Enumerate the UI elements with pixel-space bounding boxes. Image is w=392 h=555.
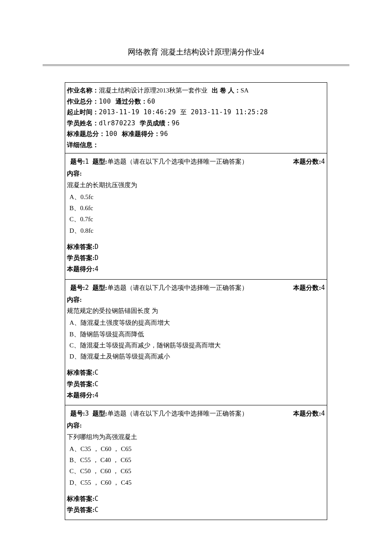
qnum-label: 题号: [70,410,85,417]
qscore-label: 本题分数: [293,284,321,291]
stu-ans-value: C [95,380,99,388]
option-item: B、C55 ， C40 ， C65 [67,454,325,465]
std-ans-label: 标准答案: [67,495,95,502]
title-part2: 混凝土结构设计原理 [161,48,230,56]
qscore-value: 4 [321,158,325,165]
std-ans-value: C [95,495,99,503]
time-value: 2013-11-19 10:46:29 至 2013-11-19 11:25:2… [99,107,268,118]
std-total-value: 100 [105,129,118,140]
got-label: 本题得分: [67,392,95,399]
options: A、C35 ， C60 ， C65B、C55 ， C40 ， C65C、C50 … [67,443,325,488]
total-value: 100 [99,96,111,107]
qnum-value: 1 [85,158,89,165]
qscore-value: 4 [321,410,325,417]
student-label: 学员姓名： [67,118,99,129]
qnum-value: 3 [85,410,89,417]
options: A、随混凝土强度等级的提高而增大B、随钢筋等级提高而降低C、随混凝土等级提高而减… [67,317,325,362]
option-item: D、随混凝土及钢筋等级提高而减小 [67,351,325,362]
option-item: D、C55 ， C60 ， C45 [67,477,325,488]
name-value: 混凝土结构设计原理2013秋第一套作业 [99,85,208,96]
option-item: C、随混凝土等级提高而减少，随钢筋等级提高而增大 [67,340,325,351]
question-content: 下列哪组均为高强混凝土 [67,431,325,442]
stu-ans-label: 学员答案: [67,506,95,513]
author-value: SA [241,85,249,96]
got-value: 4 [95,391,99,399]
std-score-label: 标准题得分： [122,129,160,140]
qnum-label: 题号: [70,284,85,291]
score-label: 学员成绩： [140,118,172,129]
qtype-label: 题型: [92,284,107,291]
options: A、0.5fcB、0.6fcC、0.7fcD、0.8fc [67,191,325,236]
qnum-label: 题号: [70,158,85,165]
stu-ans-value: C [95,506,99,514]
qscore-value: 4 [321,284,325,292]
qscore-label: 本题分数: [293,410,321,417]
stu-ans-label: 学员答案: [67,254,95,261]
question-block: 题号:3 题型:单选题（请在以下几个选项中选择唯一正确答案）本题分数:4内容:下… [65,405,327,520]
option-item: A、0.5fc [67,191,325,202]
option-item: C、C50 ， C60 ， C65 [67,465,325,477]
stu-ans-label: 学员答案: [67,381,95,387]
total-label: 作业总分： [67,96,99,107]
divider [43,65,349,65]
author-label: 出 卷 人： [212,85,241,96]
detail-label: 详细信息： [67,140,99,151]
title-part3: 满分作业4 [230,48,264,56]
std-ans-value: C [95,369,99,376]
title-part1: 网络教育 [128,48,159,56]
student-value: dlr870223 [99,118,135,129]
content-box: 作业名称： 混凝土结构设计原理2013秋第一套作业 出 卷 人： SA 作业总分… [65,82,327,520]
qtype-label: 题型: [92,158,107,165]
name-label: 作业名称： [67,85,99,96]
content-label: 内容: [67,296,82,303]
question-content: 混凝土的长期抗压强度为 [67,179,325,191]
std-ans-label: 标准答案: [67,369,95,376]
qscore-label: 本题分数: [293,158,321,165]
std-ans-value: D [95,243,99,251]
content-label: 内容: [67,170,82,177]
pass-value: 60 [147,96,156,107]
score-value: 96 [172,118,180,129]
header-block: 作业名称： 混凝土结构设计原理2013秋第一套作业 出 卷 人： SA 作业总分… [65,83,327,153]
pass-label: 通过分数： [115,96,147,107]
option-item: C、0.7fc [67,214,325,225]
content-label: 内容: [67,422,82,429]
qtype-label: 题型: [92,410,107,417]
stu-ans-value: D [95,254,99,262]
option-item: D、0.8fc [67,225,325,236]
option-item: A、随混凝土强度等级的提高而增大 [67,317,325,328]
time-label: 起止时间： [67,107,99,118]
question-content: 规范规定的受拉钢筋锚固长度 为 [67,305,325,316]
qnum-value: 2 [85,284,89,292]
qtype-value: 单选题（请在以下几个选项中选择唯一正确答案） [107,158,248,165]
option-item: B、随钢筋等级提高而降低 [67,329,325,340]
std-score-value: 96 [160,129,168,140]
got-value: 4 [95,265,99,273]
option-item: B、0.6fc [67,202,325,214]
std-total-label: 标准题总分： [67,129,105,140]
question-block: 题号:2 题型:单选题（请在以下几个选项中选择唯一正确答案）本题分数:4内容:规… [65,280,327,406]
page-title: 网络教育 混凝土结构设计原理满分作业4 [43,47,349,57]
std-ans-label: 标准答案: [67,243,95,250]
qtype-value: 单选题（请在以下几个选项中选择唯一正确答案） [107,284,248,291]
got-label: 本题得分: [67,266,95,272]
question-block: 题号:1 题型:单选题（请在以下几个选项中选择唯一正确答案）本题分数:4内容:混… [65,153,327,280]
qtype-value: 单选题（请在以下几个选项中选择唯一正确答案） [107,410,248,417]
option-item: A、C35 ， C60 ， C65 [67,443,325,454]
